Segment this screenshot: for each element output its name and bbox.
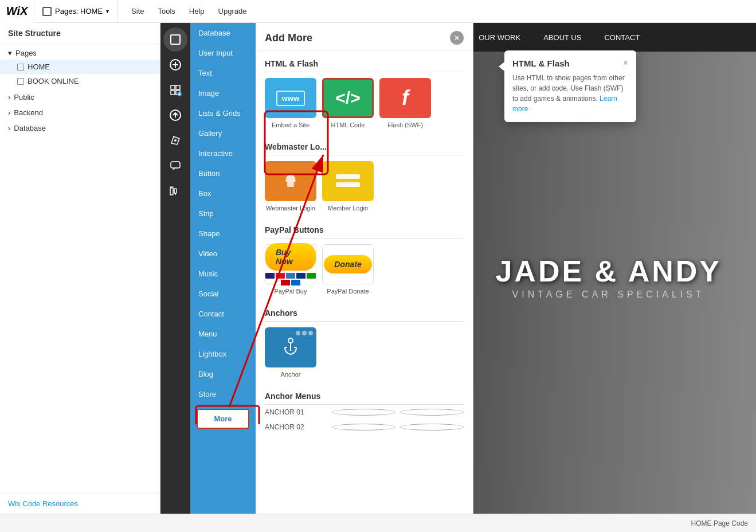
add-menu-store[interactable]: Store [190, 384, 256, 404]
tooltip-arrow [499, 62, 504, 71]
html-code-label: HTML Code [331, 122, 365, 128]
page-icon [17, 64, 24, 71]
green-icon [307, 273, 316, 279]
nav-help[interactable]: Help [189, 7, 205, 15]
paypal-grid: Buy Now PayPal Buy Donate PayPal Donate [256, 238, 473, 300]
sidebar-backend-label: Backend [14, 108, 43, 117]
chevron-right-icon: › [8, 93, 10, 101]
sidebar-title: Site Structure [0, 23, 160, 44]
mc-icon [276, 273, 285, 279]
toolbar-square-btn[interactable] [163, 28, 187, 52]
flash-swf-thumb: f [379, 78, 431, 118]
add-menu-user-input[interactable]: User Input [190, 43, 256, 63]
add-menu-contact[interactable]: Contact [190, 304, 256, 324]
anchors-grid: Anchor [256, 322, 473, 384]
add-menu-video[interactable]: Video [190, 244, 256, 264]
add-menu-social[interactable]: Social [190, 284, 256, 304]
add-menu-lightbox[interactable]: Lightbox [190, 344, 256, 364]
member-login-label: Member Login [328, 205, 368, 212]
sidebar-public-label: Public [14, 93, 34, 101]
more-button[interactable]: More [197, 409, 249, 429]
add-menu-button[interactable]: Button [190, 163, 256, 183]
tooltip-close-button[interactable]: × [623, 58, 628, 68]
modal-title: Add More [265, 32, 312, 44]
anchor-menu-row-1[interactable]: ANCHOR 01 [256, 405, 473, 420]
flash-swf-item[interactable]: f Flash (SWF) [379, 78, 431, 128]
toolbar-chat-btn[interactable] [163, 154, 187, 178]
sidebar-public-section[interactable]: › Public [0, 88, 160, 104]
embed-site-item[interactable]: www Embed a Site [265, 78, 316, 128]
flash-swf-label: Flash (SWF) [387, 122, 423, 128]
svg-rect-4 [171, 85, 175, 89]
anchor-item[interactable]: Anchor [265, 327, 316, 378]
wix-code-resources-link[interactable]: Wix Code Resources [8, 499, 78, 508]
nav-upgrade[interactable]: Upgrade [218, 7, 247, 15]
html-flash-grid: www Embed a Site </> HTML Code f Flash (… [256, 72, 473, 134]
anchors-section-title: Anchors [256, 300, 473, 321]
sidebar-backend-section[interactable]: › Backend [0, 104, 160, 119]
toolbar-add-btn[interactable] [163, 53, 187, 77]
toolbar-upload-btn[interactable] [163, 103, 187, 127]
red-icon [281, 280, 290, 285]
add-menu-strip[interactable]: Strip [190, 204, 256, 224]
svg-rect-19 [287, 182, 294, 187]
anchor-menu-row-2[interactable]: ANCHOR 02 [256, 420, 473, 435]
add-menu-music[interactable]: Music [190, 264, 256, 284]
paypal-donate-label: PayPal Donate [327, 288, 369, 295]
add-menu-interactive[interactable]: Interactive [190, 143, 256, 163]
add-menu-image[interactable]: Image [190, 83, 256, 103]
add-menu-blog[interactable]: Blog [190, 364, 256, 384]
webmaster-login-thumb [265, 161, 316, 201]
anchor-menus-section-title: Anchor Menus [256, 384, 473, 404]
sidebar-database-label: Database [14, 124, 46, 132]
add-menu-database[interactable]: Database [190, 23, 256, 43]
svg-rect-5 [176, 85, 180, 89]
add-menu-box[interactable]: Box [190, 183, 256, 204]
html-flash-section-title: HTML & Flash [256, 51, 473, 72]
toolbar-settings-btn[interactable] [163, 179, 187, 203]
paypal-buy-item[interactable]: Buy Now PayPal Buy [265, 244, 316, 295]
html-code-item[interactable]: </> HTML Code [322, 78, 374, 128]
nav-menu: Site Tools Help Upgrade [117, 7, 756, 15]
chevron-right-icon: › [8, 124, 10, 132]
sidebar-pages-section[interactable]: ▾ Pages [0, 44, 160, 60]
anchor-thumb [265, 327, 316, 367]
modal-close-button[interactable]: × [450, 31, 464, 45]
sidebar-footer: Wix Code Resources [0, 493, 160, 514]
sidebar-item-book-online[interactable]: BOOK ONLINE [0, 74, 160, 88]
visa-icon [265, 273, 275, 279]
modal-header: Add More × [256, 23, 473, 51]
nav-site[interactable]: Site [131, 7, 144, 15]
html-code-thumb: </> [322, 78, 374, 118]
paypal-buy-label: PayPal Buy [275, 288, 307, 295]
pages-label: Pages: HOME [55, 7, 103, 15]
sidebar-database-section[interactable]: › Database [0, 119, 160, 135]
add-menu-shape[interactable]: Shape [190, 224, 256, 244]
preview-nav-about: ABOUT US [543, 33, 581, 42]
html-flash-tooltip: HTML & Flash × Use HTML to show pages fr… [504, 50, 636, 122]
toolbar-pen-btn[interactable] [163, 128, 187, 152]
anchor-label: Anchor [281, 371, 301, 378]
embed-site-thumb: www [265, 78, 316, 118]
paypal-donate-btn: Donate [324, 255, 371, 273]
toolbar-grid-btn[interactable] [163, 78, 187, 102]
paypal-donate-item[interactable]: Donate PayPal Donate [322, 244, 374, 295]
anchor-dot-3 [332, 424, 395, 431]
webmaster-login-item[interactable]: Webmaster Login [265, 161, 316, 212]
embed-site-label: Embed a Site [272, 122, 310, 128]
add-menu-gallery[interactable]: Gallery [190, 123, 256, 143]
add-menu-text[interactable]: Text [190, 63, 256, 83]
sidebar-item-home[interactable]: HOME [0, 60, 160, 74]
bottom-page-code-label: HOME Page Code [691, 519, 748, 527]
wix-logo[interactable]: WiX [0, 0, 34, 23]
pages-selector[interactable]: Pages: HOME ▾ [34, 0, 117, 23]
svg-point-22 [288, 338, 293, 343]
add-menu-menu[interactable]: Menu [190, 324, 256, 344]
sidebar-page-book-label: BOOK ONLINE [28, 77, 79, 85]
nav-tools[interactable]: Tools [158, 7, 175, 15]
member-login-item[interactable]: Member Login [322, 161, 374, 212]
add-menu-lists-grids[interactable]: Lists & Grids [190, 103, 256, 123]
anchor-dot-4 [400, 424, 464, 431]
tooltip-title: HTML & Flash [512, 58, 570, 68]
sidebar-page-home-label: HOME [28, 62, 50, 71]
